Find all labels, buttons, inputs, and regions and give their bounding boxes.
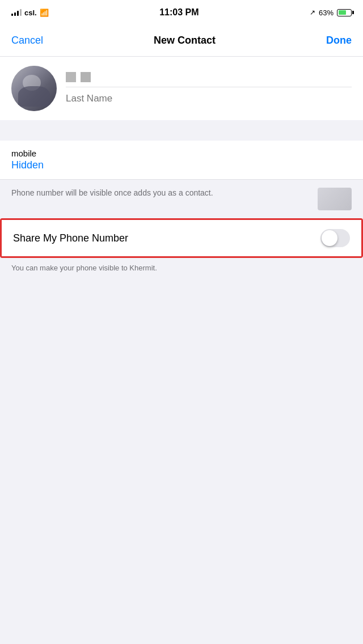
phone-section: mobile Hidden [0,141,363,180]
nav-bar: Cancel New Contact Done [0,25,363,57]
info-text: Phone number will be visible once adds y… [11,188,309,199]
info-image-block [318,188,352,210]
status-time: 11:03 PM [159,7,199,18]
phone-label: mobile [11,149,352,158]
status-bar: csl. 📶 11:03 PM ↗ 63% [0,0,363,25]
contact-card [0,57,363,120]
battery-icon [337,9,352,16]
name-fields [66,72,352,105]
page-title: New Contact [154,35,216,46]
status-left: csl. 📶 [11,9,49,17]
location-icon: ↗ [310,9,315,16]
carrier-label: csl. [24,9,37,17]
toggle-label: Share My Phone Number [13,232,128,244]
share-phone-toggle[interactable] [320,229,350,247]
done-button[interactable]: Done [326,35,352,46]
battery-percent: 63% [319,9,334,17]
phone-value: Hidden [11,159,352,171]
avatar[interactable] [11,66,57,111]
footer-note-text: You can make your phone visible to Kherm… [11,264,157,272]
toggle-section: Share My Phone Number [2,220,361,256]
toggle-section-wrapper: Share My Phone Number [0,218,363,258]
cancel-button[interactable]: Cancel [11,35,43,46]
first-name-icon [66,72,76,82]
first-name-icon2 [81,72,91,82]
footer-note: You can make your phone visible to Kherm… [0,258,363,283]
info-section: Phone number will be visible once adds y… [0,180,363,218]
wifi-icon: 📶 [40,9,49,17]
status-right: ↗ 63% [310,9,352,17]
signal-icon [11,9,22,16]
toggle-knob [322,230,337,246]
bottom-area [0,283,363,454]
section-separator [0,120,363,141]
first-name-row [66,72,352,87]
last-name-input[interactable] [66,92,352,105]
